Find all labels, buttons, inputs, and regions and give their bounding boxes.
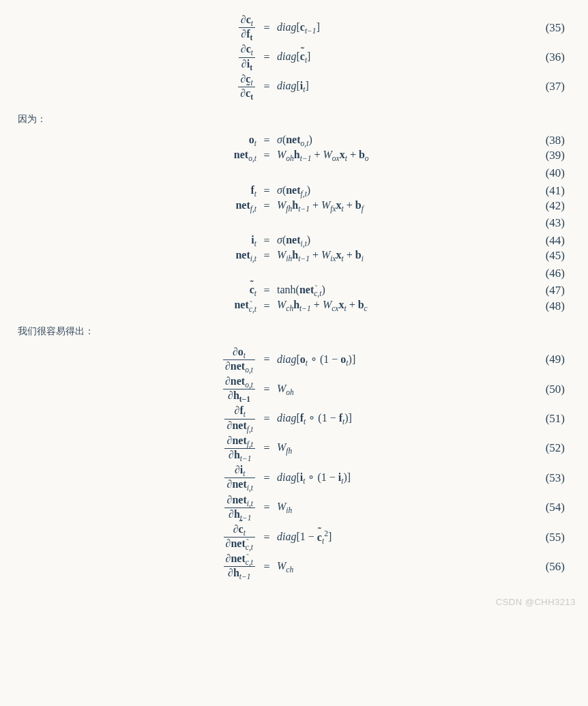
equation-block-35-37: ∂ct ∂ft = diag[ct−1] (35) ∂ct ∂it = diag… (18, 14, 570, 101)
equation-41: ft = σ(netf,t) (41) (18, 184, 570, 198)
equation-36: ∂ct ∂it = diag[ct] (36) (18, 43, 570, 71)
equation-35: ∂ct ∂ft = diag[ct−1] (35) (18, 14, 570, 42)
equation-56: ∂netc,t ∂ht−1 = Wch (56) (18, 553, 570, 580)
equation-block-49-56: ∂ot ∂neto,t = diag[ot ∘ (1 − ot)] (49) ∂… (18, 346, 570, 581)
equation-47: ct = tanh(netc,t) (47) (18, 284, 570, 297)
eq-number: (37) (524, 80, 570, 93)
equation-38: ot = σ(neto,t) (38) (18, 134, 570, 147)
equation-45: neti,t = Wihht−1 + Wixxt + bi (45) (18, 249, 570, 263)
equation-52: ∂netf,t ∂ht−1 = Wfh (52) (18, 435, 570, 462)
equation-40: (40) (18, 164, 570, 183)
equation-50: ∂neto,t ∂ht−1 = Woh (50) (18, 375, 570, 403)
equation-55: ∂ct ∂netc,t = diag[1 − ct2] (55) (18, 523, 570, 551)
equation-39: neto,t = Wohht−1 + Woxxt + bo (39) (18, 149, 570, 162)
equation-49: ∂ot ∂neto,t = diag[ot ∘ (1 − ot)] (49) (18, 346, 570, 374)
narrative-derive: 我们很容易得出： (18, 325, 570, 338)
equation-43: (43) (18, 214, 570, 233)
eq-number: (36) (524, 50, 570, 64)
equation-51: ∂ft ∂netf,t = diag[ft ∘ (1 − ft)] (51) (18, 405, 570, 432)
equation-46: (46) (18, 264, 570, 282)
equation-44: it = σ(neti,t) (44) (18, 234, 570, 248)
eq-number: (35) (524, 21, 570, 35)
equation-block-38-48: ot = σ(neto,t) (38) neto,t = Wohht−1 + W… (18, 134, 570, 313)
narrative-because: 因为： (18, 113, 570, 126)
equation-54: ∂neti,t ∂ht−1 = Wih (54) (18, 494, 570, 522)
equation-37: ∂ct ∂ct = diag[it] (37) (18, 73, 570, 101)
watermark: CSDN @CHH3213 (496, 597, 576, 607)
equation-53: ∂it ∂neti,t = diag[it ∘ (1 − it)] (53) (18, 464, 570, 492)
equation-48: netc,t = Wchht−1 + Wcxxt + bc (48) (18, 299, 570, 312)
equation-42: netf,t = Wfhht−1 + Wfxxt + bf (42) (18, 199, 570, 213)
